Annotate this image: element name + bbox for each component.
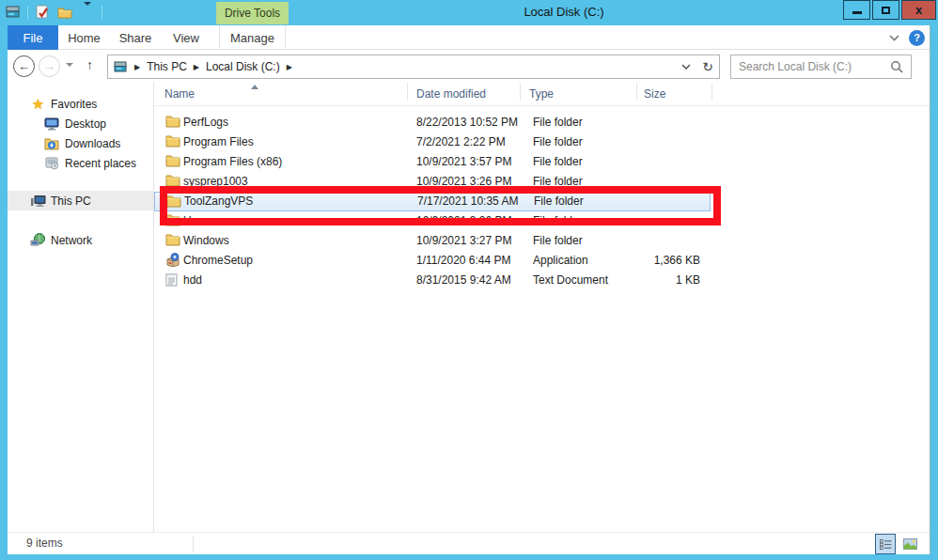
table-row[interactable]: Users 10/9/2021 3:26 PM File folder <box>154 211 711 231</box>
sidebar-item-recent-places[interactable]: Recent places <box>8 153 153 173</box>
file-name: ChromeSetup <box>183 251 253 271</box>
breadcrumb-separator-icon: ▶ <box>134 63 140 71</box>
column-headers: Name Date modified Type Size <box>154 83 930 106</box>
new-folder-icon[interactable] <box>56 4 73 21</box>
folder-icon <box>165 233 180 248</box>
minimize-button[interactable] <box>843 0 870 20</box>
favorites-star-icon: ★ <box>30 96 46 112</box>
address-bar[interactable]: ▶ This PC ▶ Local Disk (C:) ▶ ↻ <box>107 54 720 79</box>
table-row[interactable]: Program Files (x86) 10/9/2021 3:57 PM Fi… <box>154 152 711 172</box>
file-type: File folder <box>533 211 583 231</box>
column-header-size[interactable]: Size <box>644 83 665 106</box>
breadcrumb-separator-icon: ▶ <box>287 63 292 71</box>
recent-places-icon <box>43 155 59 171</box>
folder-icon <box>165 154 180 169</box>
tab-view[interactable]: View <box>165 25 207 50</box>
file-type: Application <box>533 251 588 271</box>
address-dropdown-icon[interactable] <box>681 64 691 70</box>
properties-icon[interactable] <box>34 4 51 21</box>
sidebar-item-this-pc[interactable]: This PC <box>8 191 153 210</box>
table-row[interactable]: sysprep1003 10/9/2021 3:26 PM File folde… <box>154 172 711 192</box>
file-name: ToolZangVPS <box>184 193 253 210</box>
explorer-window: Drive Tools Local Disk (C:) x File Home … <box>0 0 938 560</box>
sidebar-item-favorites[interactable]: ★ Favorites <box>8 94 153 114</box>
tab-manage[interactable]: Manage <box>219 25 286 50</box>
file-name: Users <box>183 211 212 231</box>
breadcrumb-local-disk[interactable]: Local Disk (C:) <box>206 60 280 73</box>
downloads-icon <box>43 135 59 151</box>
file-type: File folder <box>533 152 583 172</box>
thumbnail-view-button[interactable] <box>899 534 920 554</box>
column-header-type[interactable]: Type <box>529 83 554 106</box>
file-list-pane: Name Date modified Type Size Perf <box>154 83 930 532</box>
file-date-modified: 7/17/2021 10:35 AM <box>417 193 518 210</box>
tab-file[interactable]: File <box>8 25 58 50</box>
breadcrumb-separator-icon: ▶ <box>194 63 199 71</box>
navigation-bar: ← → ↑ ▶ This PC ▶ Local Disk (C:) ▶ ↻ <box>8 50 930 83</box>
desktop-icon <box>43 116 59 132</box>
tab-share[interactable]: Share <box>113 25 158 50</box>
maximize-button[interactable] <box>872 0 899 20</box>
main-area: ★ Favorites Desktop Downloads <box>8 83 930 532</box>
items-count: 9 items <box>26 537 63 550</box>
file-date-modified: 10/9/2021 3:26 PM <box>416 172 511 192</box>
ribbon-tabs: File Home Share View Manage ? <box>8 25 930 50</box>
sidebar-item-desktop[interactable]: Desktop <box>8 114 153 133</box>
file-type: File folder <box>533 132 583 152</box>
file-date-modified: 10/9/2021 3:26 PM <box>416 211 511 231</box>
quick-access-toolbar <box>5 4 102 21</box>
folder-icon <box>166 194 181 210</box>
file-date-modified: 10/9/2021 3:27 PM <box>416 231 511 251</box>
search-input[interactable]: Search Local Disk (C:) <box>730 54 912 79</box>
file-date-modified: 7/2/2021 2:22 PM <box>416 132 506 152</box>
application-icon <box>165 253 180 268</box>
file-date-modified: 8/22/2013 10:52 PM <box>416 113 518 132</box>
expand-ribbon-icon[interactable] <box>889 35 899 41</box>
refresh-icon[interactable]: ↻ <box>702 59 713 74</box>
caption-buttons: x <box>841 0 936 20</box>
folder-icon <box>165 174 180 189</box>
recent-locations-icon[interactable] <box>66 63 73 67</box>
text-document-icon <box>165 272 180 288</box>
column-header-date-modified[interactable]: Date modified <box>416 83 486 106</box>
file-name: Windows <box>183 231 229 251</box>
file-name: sysprep1003 <box>183 172 248 192</box>
table-row[interactable]: hdd 8/31/2015 9:42 AM Text Document 1 KB <box>154 271 711 290</box>
breadcrumb-this-pc[interactable]: This PC <box>147 60 187 73</box>
details-view-button[interactable] <box>875 534 896 554</box>
table-row[interactable]: ToolZangVPS 7/17/2021 10:35 AM File fold… <box>154 192 711 211</box>
help-icon[interactable]: ? <box>909 30 925 46</box>
location-drive-icon <box>114 61 128 73</box>
back-button[interactable]: ← <box>13 55 35 77</box>
tab-home[interactable]: Home <box>63 25 105 50</box>
table-row[interactable]: ChromeSetup 1/11/2020 6:44 PM Applicatio… <box>154 251 711 271</box>
search-icon[interactable] <box>890 60 903 73</box>
customize-toolbar-icon[interactable] <box>79 4 96 21</box>
file-size: 1,366 KB <box>586 251 700 271</box>
file-date-modified: 10/9/2021 3:57 PM <box>416 152 511 172</box>
sort-ascending-icon <box>251 85 258 89</box>
network-icon <box>30 232 46 248</box>
file-type: File folder <box>534 193 584 210</box>
close-button[interactable]: x <box>901 0 936 20</box>
file-name: PerfLogs <box>183 113 228 132</box>
drive-window-icon <box>5 4 22 21</box>
file-type: File folder <box>533 231 583 251</box>
table-row[interactable]: PerfLogs 8/22/2013 10:52 PM File folder <box>154 113 711 132</box>
this-pc-icon <box>30 193 46 209</box>
table-row[interactable]: Program Files 7/2/2021 2:22 PM File fold… <box>154 132 711 152</box>
sidebar-item-downloads[interactable]: Downloads <box>8 133 153 153</box>
window-title: Local Disk (C:) <box>442 5 686 19</box>
folder-icon <box>165 213 180 228</box>
titlebar: Drive Tools Local Disk (C:) x <box>0 0 938 25</box>
column-header-name[interactable]: Name <box>164 83 195 106</box>
forward-button[interactable]: → <box>39 55 60 77</box>
sidebar-item-network[interactable]: Network <box>8 230 153 250</box>
table-row[interactable]: Windows 10/9/2021 3:27 PM File folder <box>154 231 711 251</box>
navigation-pane: ★ Favorites Desktop Downloads <box>8 83 153 532</box>
up-button[interactable]: ↑ <box>86 57 93 72</box>
file-size: 1 KB <box>586 271 700 290</box>
folder-icon <box>165 115 180 130</box>
file-date-modified: 1/11/2020 6:44 PM <box>416 251 511 271</box>
file-name: hdd <box>183 271 202 290</box>
